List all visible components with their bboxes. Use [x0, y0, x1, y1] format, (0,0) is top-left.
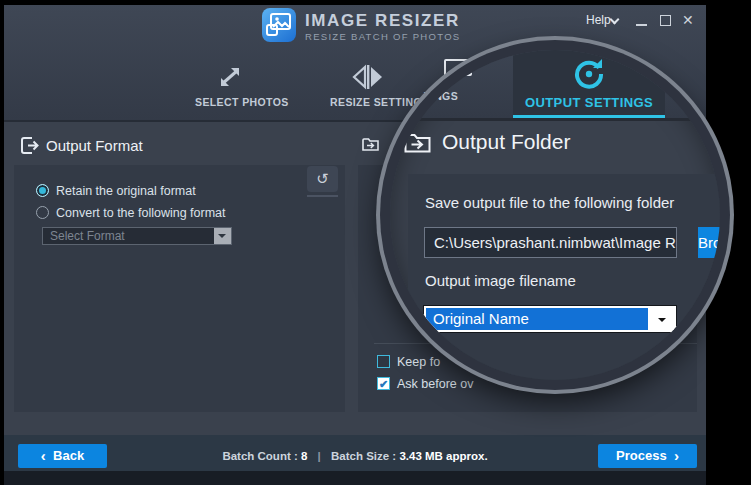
format-select-dropdown[interactable]: Select Format	[42, 227, 232, 245]
output-format-title: Output Format	[46, 137, 143, 154]
batch-separator: |	[318, 450, 321, 462]
radio-retain-format[interactable]	[36, 184, 49, 197]
output-folder-icon-small	[362, 137, 379, 152]
process-chevron-icon: ›	[674, 447, 679, 464]
help-menu[interactable]: Help	[586, 13, 611, 27]
output-settings-icon	[573, 58, 605, 90]
minimize-button[interactable]	[636, 24, 647, 26]
filename-combobox-arrow-button[interactable]	[650, 308, 674, 330]
dropdown-arrow-icon	[218, 234, 226, 238]
tab-resize-settings[interactable]: RESIZE SETTINGS	[330, 96, 429, 108]
lens-tabbar-divider	[390, 118, 720, 121]
batch-size-label: Batch Size :	[331, 450, 396, 462]
lens-tab-three-partial: TINGS	[424, 90, 458, 102]
output-filename-label: Output image filename	[425, 272, 576, 289]
reset-underline	[307, 195, 338, 197]
output-folder-path-input[interactable]: C:\Users\prashant.nimbwat\Image Res...	[424, 227, 677, 258]
filename-combobox[interactable]: Original Name	[423, 305, 677, 333]
app-logo-icon	[262, 8, 296, 42]
radio-convert-format[interactable]	[36, 206, 49, 219]
filename-combobox-value: Original Name	[426, 308, 648, 330]
dropdown-arrow-icon	[658, 318, 666, 322]
batch-count-value: 8	[301, 450, 307, 462]
resize-settings-icon	[352, 64, 384, 90]
output-format-icon	[20, 136, 39, 155]
output-folder-icon	[404, 132, 431, 156]
keep-folder-checkbox[interactable]	[377, 355, 390, 368]
save-folder-label: Save output file to the following folder	[425, 194, 674, 211]
reset-button[interactable]: ↺	[307, 166, 338, 192]
keep-folder-label[interactable]: Keep fo	[397, 355, 440, 369]
output-folder-title: Output Folder	[442, 130, 570, 154]
maximize-button[interactable]	[660, 15, 671, 26]
radio-retain-label[interactable]: Retain the original format	[56, 184, 196, 198]
ask-overwrite-label[interactable]: Ask before ov	[397, 377, 473, 391]
output-format-panel	[14, 165, 345, 412]
tab-output-settings-label: OUTPUT SETTINGS	[513, 95, 665, 110]
process-button[interactable]: Process ›	[598, 444, 697, 468]
app-tagline: RESIZE BATCH OF PHOTOS	[305, 31, 460, 42]
tab-select-photos[interactable]: SELECT PHOTOS	[195, 96, 289, 108]
radio-convert-label[interactable]: Convert to the following format	[56, 206, 226, 220]
app-title: IMAGE RESIZER	[305, 11, 460, 31]
app-window: IMAGE RESIZER RESIZE BATCH OF PHOTOS Hel…	[0, 0, 751, 485]
format-select-arrow-button[interactable]	[214, 228, 231, 244]
batch-count-label: Batch Count :	[222, 450, 297, 462]
select-photos-icon	[216, 64, 244, 90]
window-bottom-edge	[4, 471, 706, 485]
magnifier-lens: TINGS OUTPUT SETTINGS Output Folder Save…	[380, 40, 730, 390]
batch-size-value: 3.43 MB approx.	[399, 450, 487, 462]
process-button-label: Process	[616, 448, 667, 463]
browse-button[interactable]: Browse	[698, 227, 730, 258]
close-button[interactable]: ✕	[682, 12, 694, 28]
ask-overwrite-checkbox[interactable]: ✔	[377, 377, 390, 390]
